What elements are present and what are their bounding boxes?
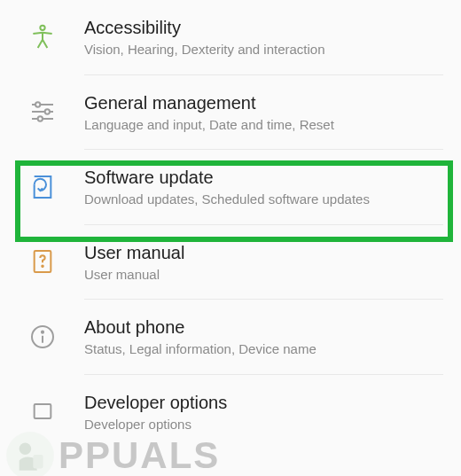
svg-point-6	[37, 117, 42, 121]
settings-item-about-phone[interactable]: About phone Status, Legal information, D…	[0, 300, 461, 374]
settings-item-text: Developer options Developer options	[84, 391, 461, 433]
settings-item-text: Software update Download updates, Schedu…	[84, 166, 461, 208]
svg-point-10	[41, 331, 43, 332]
item-title: Software update	[84, 166, 443, 189]
item-title: Developer options	[84, 391, 443, 414]
svg-point-8	[42, 266, 43, 268]
svg-point-4	[35, 103, 40, 107]
developer-icon	[0, 397, 84, 425]
settings-item-user-manual[interactable]: User manual User manual	[0, 225, 461, 300]
item-subtitle: Developer options	[84, 416, 443, 433]
update-icon	[0, 173, 84, 201]
manual-icon	[0, 247, 84, 276]
svg-point-0	[40, 25, 44, 29]
settings-item-text: User manual User manual	[84, 241, 461, 284]
settings-item-text: Accessibility Vision, Hearing, Dexterity…	[84, 16, 461, 59]
settings-item-accessibility[interactable]: Accessibility Vision, Hearing, Dexterity…	[0, 0, 461, 74]
svg-point-5	[44, 110, 49, 114]
item-subtitle: Vision, Hearing, Dexterity and interacti…	[84, 41, 443, 59]
settings-item-text: About phone Status, Legal information, D…	[84, 316, 461, 358]
item-subtitle: Download updates, Scheduled software upd…	[84, 191, 443, 208]
settings-item-developer-options[interactable]: Developer options Developer options	[0, 375, 461, 449]
accessibility-icon	[0, 23, 84, 51]
item-title: Accessibility	[84, 16, 443, 39]
item-subtitle: Status, Legal information, Device name	[84, 340, 443, 358]
sliders-icon	[0, 98, 84, 126]
svg-rect-15	[33, 455, 43, 469]
settings-item-general-management[interactable]: General management Language and input, D…	[0, 75, 461, 150]
info-icon	[0, 323, 84, 351]
settings-item-text: General management Language and input, D…	[84, 91, 461, 134]
item-title: User manual	[84, 241, 443, 264]
item-title: About phone	[84, 316, 443, 339]
svg-rect-12	[34, 404, 51, 418]
settings-item-software-update[interactable]: Software update Download updates, Schedu…	[0, 150, 461, 224]
settings-list: Accessibility Vision, Hearing, Dexterity…	[0, 0, 461, 449]
item-title: General management	[84, 91, 443, 114]
item-subtitle: User manual	[84, 266, 443, 284]
item-subtitle: Language and input, Date and time, Reset	[84, 116, 443, 134]
